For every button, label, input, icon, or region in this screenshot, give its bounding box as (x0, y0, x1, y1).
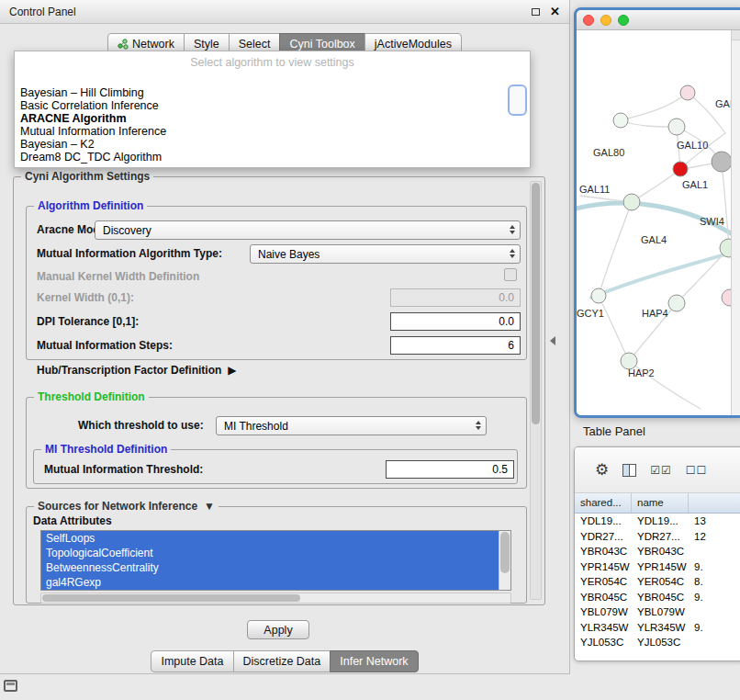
close-traffic-light-icon[interactable] (583, 15, 594, 26)
scroll-up-icon[interactable] (732, 30, 740, 40)
spinner-arrows-icon (510, 249, 515, 258)
table-row[interactable]: YPR145WYPR145W9. (575, 559, 740, 575)
algorithm-option[interactable]: Dream8 DC_TDC Algorithm (15, 151, 530, 164)
spinner-arrows-icon (510, 225, 515, 234)
mi-type-select[interactable]: Naive Bayes (250, 244, 521, 264)
network-node[interactable] (668, 119, 685, 135)
apply-button[interactable]: Apply (247, 620, 309, 639)
control-panel-title: Control Panel (9, 6, 76, 18)
data-attributes-list[interactable]: SelfLoopsTopologicalCoefficientBetweenne… (40, 530, 511, 591)
aracne-mode-value: Discovery (103, 224, 151, 237)
attribute-item[interactable]: SelfLoops (41, 531, 499, 546)
table-row[interactable]: YDL19...YDL19...13 (575, 514, 740, 529)
network-edge[interactable] (599, 296, 629, 361)
algorithm-option[interactable]: Basic Correlation Inference (15, 99, 530, 112)
table-header-cell[interactable]: name (632, 493, 689, 513)
panel-dock-icon[interactable] (4, 680, 17, 692)
scrollbar-thumb[interactable] (42, 594, 300, 602)
attributes-vertical-scrollbar[interactable] (499, 531, 510, 590)
network-window-titlebar[interactable] (577, 10, 740, 30)
table-cell: YBR045C (575, 590, 632, 605)
close-icon[interactable]: ✕ (550, 6, 560, 17)
bottom-tab-impute-data[interactable]: Impute Data (151, 650, 233, 672)
table-header-cell[interactable]: shared... (575, 493, 632, 513)
hub-section-toggle[interactable]: Hub/Transcription Factor Definition▶ (37, 364, 237, 377)
table-cell: YBL079W (632, 604, 689, 620)
table-cell (689, 544, 740, 559)
algorithm-option[interactable]: Bayesian – K2 (15, 138, 530, 151)
bottom-tab-bar: Impute DataDiscretize DataInfer Network (0, 650, 570, 672)
control-panel-titlebar[interactable]: Control Panel ✕ (0, 0, 569, 24)
table-row[interactable]: YLR345WYLR345W9. (575, 620, 740, 636)
network-canvas[interactable]: GAL7GAL80GAL10GAL11GAL1SWI4GAL4GCY1HAP4H… (577, 30, 740, 415)
float-window-icon[interactable] (532, 8, 540, 16)
table-row[interactable]: YDR27...YDR27...12 (575, 529, 740, 545)
network-edge[interactable] (632, 169, 680, 202)
node-label: HAP2 (628, 367, 655, 378)
table-row[interactable]: YBR045CYBR045C9. (575, 590, 740, 605)
network-node[interactable] (722, 289, 731, 306)
table-cell: 9. (689, 590, 740, 605)
table-cell (689, 635, 740, 650)
network-node[interactable] (712, 152, 731, 172)
aracne-mode-select[interactable]: Discovery (95, 220, 521, 240)
network-node[interactable] (613, 113, 628, 128)
columns-icon[interactable] (622, 464, 636, 477)
sources-toggle[interactable]: Sources for Network Inference▼ (34, 500, 219, 513)
scrollbar-thumb[interactable] (500, 532, 510, 573)
network-edge[interactable] (591, 251, 731, 298)
attribute-item[interactable]: TopologicalCoefficient (41, 546, 499, 560)
algorithm-option[interactable]: Bayesian – Hill Climbing (15, 86, 530, 99)
algorithm-option[interactable]: Mutual Information Inference (15, 125, 530, 138)
network-node[interactable] (680, 85, 695, 100)
bottom-tab-infer-network[interactable]: Infer Network (330, 650, 418, 672)
zoom-traffic-light-icon[interactable] (618, 15, 629, 26)
table-toolbar: ⚙ ☑☑ ☐☐ (575, 447, 740, 493)
node-label: GAL10 (677, 140, 708, 151)
table-row[interactable]: YBL079WYBL079W (575, 604, 740, 620)
attribute-item[interactable]: gal4RGexp (41, 575, 499, 590)
table-body: YDL19...YDL19...13YDR27...YDR27...12YBR0… (575, 514, 740, 650)
minimize-traffic-light-icon[interactable] (600, 15, 611, 26)
network-node[interactable] (668, 295, 685, 311)
bottom-tab-discretize-data[interactable]: Discretize Data (233, 650, 331, 672)
algorithm-option[interactable]: ARACNE Algorithm (15, 112, 530, 125)
network-edge[interactable] (677, 248, 729, 303)
table-cell: YJL053C (632, 635, 689, 650)
mi-steps-input[interactable]: 6 (390, 336, 521, 355)
help-button[interactable] (508, 85, 527, 116)
attribute-item[interactable]: BetweennessCentrality (41, 560, 499, 575)
mi-threshold-label: Mutual Information Threshold: (44, 463, 203, 476)
dpi-tolerance-label: DPI Tolerance [0,1]: (37, 315, 139, 328)
network-edge[interactable] (621, 93, 688, 120)
network-node[interactable] (623, 194, 640, 210)
network-edge[interactable] (599, 202, 632, 296)
table-cell: YBR043C (575, 544, 632, 559)
table-cell: YDL19... (632, 514, 689, 529)
network-scrollbar[interactable] (731, 30, 740, 415)
scrollbar-thumb[interactable] (532, 183, 540, 424)
gear-icon[interactable]: ⚙ (595, 462, 609, 478)
deselect-all-icon[interactable]: ☐☐ (686, 464, 708, 477)
table-cell: YER054C (632, 574, 689, 590)
network-node[interactable] (673, 162, 688, 176)
splitter-collapse-icon[interactable] (550, 336, 555, 345)
mi-threshold-input[interactable]: 0.5 (386, 460, 514, 479)
network-edge[interactable] (722, 162, 729, 248)
which-threshold-select[interactable]: MI Threshold (216, 416, 487, 435)
node-label: GAL11 (579, 184, 610, 195)
dpi-tolerance-input[interactable]: 0.0 (390, 312, 521, 331)
table-row[interactable]: YER054CYER054C8. (575, 574, 740, 590)
table-header-cell[interactable] (689, 493, 740, 513)
tab-label: Style (194, 38, 219, 51)
select-all-icon[interactable]: ☑☑ (650, 464, 672, 477)
network-node[interactable] (591, 288, 606, 303)
table-row[interactable]: YBR043CYBR043C (575, 544, 740, 559)
algorithm-definition-title: Algorithm Definition (34, 199, 147, 212)
table-row[interactable]: YJL053CYJL053C (575, 635, 740, 650)
table-cell: YBR043C (632, 544, 689, 559)
mi-threshold-group-title: MI Threshold Definition (41, 443, 171, 456)
settings-scrollbar[interactable] (530, 181, 542, 600)
network-svg[interactable]: GAL7GAL80GAL10GAL11GAL1SWI4GAL4GCY1HAP4H… (577, 30, 731, 415)
attributes-horizontal-scrollbar[interactable] (40, 593, 511, 604)
